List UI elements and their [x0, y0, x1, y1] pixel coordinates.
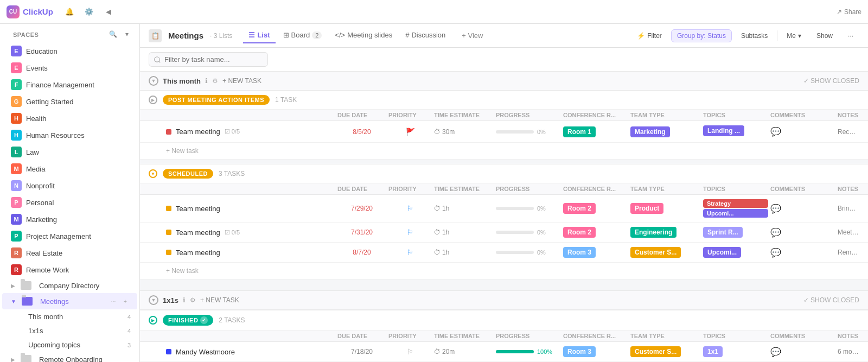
- collapse-sidebar-icon[interactable]: ◀: [101, 4, 116, 20]
- topic-cell[interactable]: Sprint R...: [703, 227, 768, 238]
- show-button[interactable]: Show: [810, 29, 839, 42]
- conference-room-cell[interactable]: Room 3: [563, 247, 628, 258]
- sidebar-folder-remote-onboarding[interactable]: ▶ Remote Onboarding: [2, 352, 137, 362]
- conference-badge[interactable]: Room 3: [563, 247, 596, 258]
- comment-icon[interactable]: 💬: [770, 347, 781, 357]
- sidebar-item-1x1s[interactable]: 1x1s 4: [17, 324, 137, 338]
- comments-cell[interactable]: 💬: [770, 204, 835, 214]
- post-meeting-new-task[interactable]: + New task: [140, 143, 868, 160]
- sidebar-item-this-month[interactable]: This month 4: [17, 310, 137, 323]
- comments-cell[interactable]: 💬: [770, 347, 835, 357]
- comments-cell[interactable]: 💬: [770, 227, 835, 238]
- sidebar-item-events[interactable]: E Events: [2, 60, 137, 76]
- sidebar-item-media[interactable]: M Media: [2, 161, 137, 177]
- search-input[interactable]: [149, 52, 268, 67]
- comment-icon[interactable]: 💬: [770, 228, 781, 237]
- topic-badge[interactable]: 1x1: [703, 346, 723, 357]
- settings-icon[interactable]: ⚙️: [81, 4, 97, 20]
- conference-badge[interactable]: Room 2: [563, 203, 596, 214]
- conference-badge[interactable]: Room 2: [563, 227, 596, 238]
- sidebar-search-icon[interactable]: 🔍: [107, 28, 119, 40]
- comment-icon[interactable]: 💬: [770, 204, 781, 213]
- sidebar-item-upcoming-topics[interactable]: Upcoming topics 3: [17, 338, 137, 352]
- meetings-add-btn[interactable]: +: [120, 296, 131, 307]
- task-name[interactable]: Team meeting: [176, 228, 220, 237]
- topic-cell[interactable]: 1x1: [703, 346, 768, 357]
- team-type-cell[interactable]: Engineering: [630, 227, 701, 238]
- topic-cell[interactable]: Upcomi...: [703, 247, 768, 258]
- task-name[interactable]: Team meeting: [176, 128, 220, 136]
- sidebar-item-law[interactable]: L Law: [2, 144, 137, 160]
- topic1-badge[interactable]: Strategy: [703, 199, 768, 208]
- sidebar-item-finance[interactable]: F Finance Management: [2, 77, 137, 93]
- onexone-toggle[interactable]: ▼: [149, 295, 158, 305]
- topic-cell[interactable]: Strategy Upcomi...: [703, 199, 768, 218]
- filter-button[interactable]: ⚡ Filter: [631, 29, 668, 42]
- sidebar-item-human-resources[interactable]: H Human Resources: [2, 127, 137, 143]
- sidebar-item-education[interactable]: E Education: [2, 43, 137, 59]
- this-month-toggle[interactable]: ▼: [149, 76, 158, 86]
- conference-badge[interactable]: Room 3: [563, 346, 596, 357]
- sidebar-folder-meetings[interactable]: ▼ Meetings ··· +: [2, 293, 137, 309]
- team-badge[interactable]: Marketing: [630, 126, 670, 137]
- tab-meeting-slides[interactable]: </> Meeting slides: [329, 28, 398, 43]
- sidebar-expand-icon[interactable]: ▾: [121, 28, 133, 40]
- meetings-more-btn[interactable]: ···: [108, 296, 119, 307]
- conference-room-cell[interactable]: Room 2: [563, 203, 628, 214]
- sidebar-folder-company-directory[interactable]: ▶ Company Directory: [2, 278, 137, 293]
- onexone-settings-icon[interactable]: ⚙: [190, 296, 196, 304]
- comment-icon[interactable]: 💬: [770, 127, 781, 136]
- topic-cell[interactable]: Landing ...: [703, 125, 768, 138]
- conference-room-cell[interactable]: Room 3: [563, 346, 628, 357]
- add-view-button[interactable]: + View: [457, 29, 487, 42]
- team-type-cell[interactable]: Marketing: [630, 126, 701, 137]
- conference-badge[interactable]: Room 1: [563, 126, 596, 137]
- sidebar-item-nonprofit[interactable]: N Nonprofit: [2, 177, 137, 194]
- topic-badge[interactable]: Sprint R...: [703, 227, 743, 238]
- share-button[interactable]: ↗ Share: [837, 8, 861, 16]
- subtasks-button[interactable]: Subtasks: [735, 29, 774, 42]
- scheduled-toggle[interactable]: ▼: [149, 169, 157, 178]
- team-type-cell[interactable]: Product: [630, 203, 701, 214]
- group-by-button[interactable]: Group by: Status: [671, 29, 732, 42]
- sidebar-item-getting-started[interactable]: G Getting Started: [2, 93, 137, 110]
- conference-room-cell[interactable]: Room 1: [563, 126, 628, 137]
- team-type-cell[interactable]: Customer S...: [630, 247, 701, 258]
- sidebar-item-project-management[interactable]: P Project Management: [2, 228, 137, 244]
- topic-badge[interactable]: Upcomi...: [703, 247, 741, 258]
- more-options-button[interactable]: ···: [842, 29, 859, 42]
- team-badge[interactable]: Customer S...: [630, 247, 681, 258]
- task-name[interactable]: Team meeting: [176, 205, 220, 213]
- sidebar-item-personal[interactable]: P Personal: [2, 194, 137, 211]
- finished-toggle[interactable]: ▶: [149, 316, 157, 325]
- team-badge[interactable]: Customer S...: [630, 346, 681, 357]
- tab-list[interactable]: ☰ List: [243, 28, 275, 43]
- team-badge[interactable]: Product: [630, 203, 663, 214]
- logo[interactable]: CU ClickUp: [7, 5, 53, 18]
- team-badge[interactable]: Engineering: [630, 227, 676, 238]
- conference-room-cell[interactable]: Room 2: [563, 227, 628, 238]
- comments-cell[interactable]: 💬: [770, 247, 835, 258]
- sidebar-item-remote-work[interactable]: R Remote Work: [2, 262, 137, 278]
- topic2-badge[interactable]: Upcomi...: [703, 209, 768, 218]
- topic-badge[interactable]: Landing ...: [703, 125, 744, 136]
- comments-cell[interactable]: 💬: [770, 126, 835, 137]
- team-type-cell[interactable]: Customer S...: [630, 346, 701, 357]
- tab-discussion[interactable]: # Discussion: [400, 28, 451, 43]
- tab-board[interactable]: ⊞ Board 2: [278, 28, 328, 43]
- scheduled-new-task[interactable]: + New task: [140, 263, 868, 280]
- this-month-settings-icon[interactable]: ⚙: [212, 77, 218, 85]
- this-month-show-closed[interactable]: ✓ SHOW CLOSED: [803, 77, 859, 85]
- task-name[interactable]: Team meeting: [176, 249, 220, 257]
- me-button[interactable]: Me ▾: [781, 29, 807, 42]
- sidebar-item-marketing[interactable]: M Marketing: [2, 211, 137, 227]
- onexone-show-closed[interactable]: ✓ SHOW CLOSED: [803, 296, 859, 304]
- sidebar-item-health[interactable]: H Health: [2, 110, 137, 126]
- onexone-new-task-btn[interactable]: + NEW TASK: [200, 296, 239, 304]
- notifications-icon[interactable]: 🔔: [62, 4, 77, 20]
- post-meeting-toggle[interactable]: ▶: [149, 96, 157, 104]
- sidebar-item-real-estate[interactable]: R Real Estate: [2, 245, 137, 261]
- this-month-new-task-btn[interactable]: + NEW TASK: [222, 77, 261, 85]
- task-name[interactable]: Mandy Westmoore: [176, 348, 235, 356]
- comment-icon[interactable]: 💬: [770, 248, 781, 257]
